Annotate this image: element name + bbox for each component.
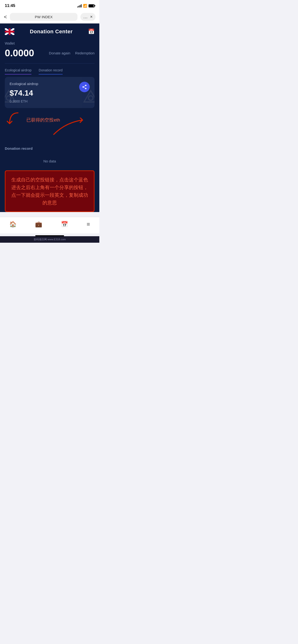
svg-point-2 xyxy=(85,88,87,89)
wifi-icon: 📶 xyxy=(83,4,87,8)
language-flag[interactable] xyxy=(5,28,14,35)
more-options-button[interactable]: ... xyxy=(83,14,88,20)
app-header: Donation Center 📅 xyxy=(0,24,99,39)
bottom-nav: 🏠 💼 📅 ≡ xyxy=(0,217,99,233)
time-display: 11:45 xyxy=(5,3,15,8)
watermark-text: 首码项目网 www.E318.com xyxy=(34,238,66,241)
nav-menu-button[interactable]: ≡ xyxy=(82,220,95,228)
calendar-nav-icon: 📅 xyxy=(61,221,68,228)
home-icon: 🏠 xyxy=(9,221,17,228)
battery-icon xyxy=(89,4,95,8)
card-amount-eth: 0.3000 ETH xyxy=(10,100,38,103)
wallet-label: Wallet xyxy=(5,41,95,45)
no-data-message: No data xyxy=(5,154,95,168)
browser-nav: < PW INDEX ... × xyxy=(0,10,99,24)
arrow-up-right-area xyxy=(5,132,95,142)
close-button[interactable]: × xyxy=(90,14,93,20)
annotation-box-text: 生成自己的空投链接，点击这个蓝色 进去之后右上角有一个分享的按钮，点一下就会提示… xyxy=(10,176,89,206)
redemption-button[interactable]: Redemption xyxy=(75,51,95,55)
airdrop-card: ⟁ Ecological airdrop $74.14 0.3000 ETH xyxy=(5,77,95,108)
tabs: Ecological airdrop Donation record xyxy=(0,66,99,74)
donate-again-button[interactable]: Donate again xyxy=(49,51,70,55)
annotation-box: 生成自己的空投链接，点击这个蓝色 进去之后右上角有一个分享的按钮，点一下就会提示… xyxy=(5,170,95,212)
tab-ecological-airdrop[interactable]: Ecological airdrop xyxy=(5,66,32,74)
donation-record-section: Donation record No data xyxy=(0,142,99,170)
calendar-icon[interactable]: 📅 xyxy=(88,28,95,35)
app-container: Donation Center 📅 Wallet 0.0000 Donate a… xyxy=(0,24,99,212)
status-bar: 11:45 📶 xyxy=(0,0,99,10)
svg-line-4 xyxy=(84,86,85,87)
wallet-section: Wallet 0.0000 Donate again Redemption xyxy=(0,39,99,63)
wallet-row: 0.0000 Donate again Redemption xyxy=(5,48,95,58)
svg-line-3 xyxy=(84,87,85,88)
status-icons: 📶 xyxy=(77,4,95,8)
airdrop-card-wrapper: ⟁ Ecological airdrop $74.14 0.3000 ETH xyxy=(0,74,99,113)
menu-icon: ≡ xyxy=(87,221,90,228)
svg-point-0 xyxy=(85,85,87,86)
signal-icon xyxy=(77,4,82,8)
nav-calendar-button[interactable]: 📅 xyxy=(56,220,73,228)
nav-portfolio-button[interactable]: 💼 xyxy=(30,220,47,228)
arrow-down-left-icon xyxy=(5,110,24,130)
card-type: Ecological airdrop xyxy=(10,82,38,86)
briefcase-icon: 💼 xyxy=(35,221,42,228)
tab-donation-record[interactable]: Donation record xyxy=(39,66,63,74)
arrow-up-right-icon xyxy=(47,118,95,137)
wallet-actions: Donate again Redemption xyxy=(49,51,95,55)
wallet-balance: 0.0000 xyxy=(5,48,34,58)
nav-home-button[interactable]: 🏠 xyxy=(5,220,21,228)
share-icon xyxy=(82,84,87,90)
svg-point-1 xyxy=(83,86,84,88)
back-button[interactable]: < xyxy=(4,14,7,20)
donation-record-label: Donation record xyxy=(5,146,95,150)
watermark: 首码项目网 www.E318.com xyxy=(0,236,99,243)
browser-actions: ... × xyxy=(80,13,95,21)
divider xyxy=(5,63,95,64)
card-amount-usd: $74.14 xyxy=(10,89,38,98)
share-airdrop-button[interactable] xyxy=(79,82,90,92)
card-top-row: Ecological airdrop $74.14 0.3000 ETH xyxy=(10,82,90,103)
browser-title[interactable]: PW INDEX xyxy=(10,13,78,21)
app-title: Donation Center xyxy=(30,28,73,35)
